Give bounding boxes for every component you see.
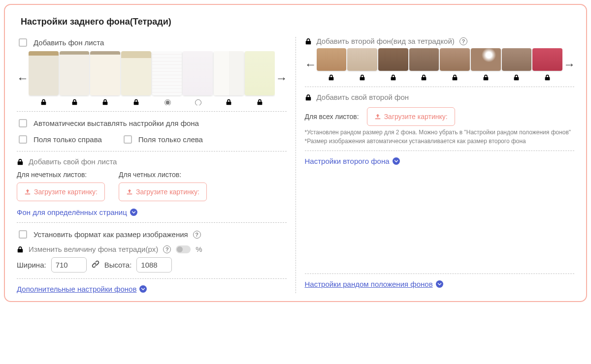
lock-icon xyxy=(305,38,312,45)
paper-thumb[interactable] xyxy=(152,51,182,95)
lock-icon xyxy=(452,74,458,81)
even-upload-group: Для четных листов: Загрузите картинку: xyxy=(119,171,207,201)
paper-thumb[interactable] xyxy=(121,51,151,95)
lock-icon xyxy=(257,98,263,105)
help-icon[interactable]: ? xyxy=(163,245,171,253)
odd-upload-group: Для нечетных листов: Загрузите картинку: xyxy=(17,171,105,201)
odd-upload-button-label: Загрузите картинку: xyxy=(34,188,98,196)
panel-title: Настройки заднего фона(Тетради) xyxy=(21,17,574,27)
paper-slider-track xyxy=(29,51,275,105)
desk-thumb[interactable] xyxy=(347,48,377,71)
upload-icon xyxy=(374,113,381,120)
paper-slider-next[interactable]: → xyxy=(276,72,287,84)
desk-thumb-col xyxy=(440,48,470,81)
lock-icon xyxy=(359,74,365,81)
more-bg-settings-link[interactable]: Дополнительные настройки фонов xyxy=(17,285,147,293)
paper-thumb[interactable] xyxy=(60,51,90,95)
lock-icon xyxy=(102,98,108,105)
margins-left-input[interactable] xyxy=(124,135,132,144)
desk-thumb-col xyxy=(347,48,377,81)
chevron-down-icon xyxy=(139,285,147,293)
chevron-down-icon xyxy=(393,157,400,165)
paper-thumb[interactable] xyxy=(214,51,244,95)
width-label: Ширина: xyxy=(17,261,46,269)
desk-thumb[interactable] xyxy=(409,48,439,71)
upload-icon xyxy=(126,188,133,195)
even-upload-label: Для четных листов: xyxy=(119,171,207,179)
desk-slider-track xyxy=(317,48,563,81)
link-dimensions-icon[interactable] xyxy=(92,260,99,270)
lock-icon xyxy=(133,98,139,105)
paper-thumb[interactable] xyxy=(90,51,120,95)
second-bg-settings-label: Настройки второго фона xyxy=(305,157,390,165)
desk-thumb[interactable] xyxy=(317,48,347,71)
auto-settings-checkbox[interactable]: Автоматически выставлять настройки для ф… xyxy=(17,118,287,129)
lock-icon xyxy=(226,98,232,105)
desk-slider-prev[interactable]: ← xyxy=(305,59,316,70)
paper-thumb-radio-wrap xyxy=(162,98,172,105)
add-sheet-bg-input[interactable] xyxy=(19,38,27,47)
margins-right-checkbox[interactable]: Поля только справа xyxy=(17,134,102,145)
paper-slider-prev[interactable]: ← xyxy=(17,72,28,84)
paper-thumb[interactable] xyxy=(29,51,59,95)
margins-right-label: Поля только справа xyxy=(33,135,102,144)
paper-thumb-col xyxy=(90,51,120,105)
add-sheet-bg-label: Добавить фон листа xyxy=(33,38,104,47)
desk-thumb-col xyxy=(532,48,562,81)
desk-thumb[interactable] xyxy=(440,48,470,71)
bg-for-pages-link[interactable]: Фон для определённых страниц xyxy=(17,208,137,216)
lock-icon xyxy=(17,158,24,165)
auto-settings-input[interactable] xyxy=(19,119,27,127)
even-upload-button-label: Загрузите картинку: xyxy=(136,188,199,196)
margins-left-checkbox[interactable]: Поля только слева xyxy=(122,134,203,145)
add-sheet-bg-checkbox[interactable]: Добавить фон листа xyxy=(17,37,287,48)
random-pos-settings-link[interactable]: Настройки рандом положения фонов xyxy=(305,280,443,288)
paper-thumb[interactable] xyxy=(183,51,213,95)
add-second-bg-row: Добавить второй фон(вид за тетрадкой) ? xyxy=(305,37,575,45)
lock-icon xyxy=(390,74,396,81)
desk-thumb[interactable] xyxy=(532,48,562,71)
paper-thumb-radio-wrap xyxy=(193,98,203,105)
change-bg-size-label: Изменить величину фона тетради(px) xyxy=(29,245,158,253)
change-bg-size-row: Изменить величину фона тетради(px) ? % xyxy=(17,245,287,253)
desk-thumb[interactable] xyxy=(471,48,501,71)
lock-icon xyxy=(40,98,47,105)
help-icon[interactable]: ? xyxy=(460,37,467,45)
paper-thumb-radio[interactable] xyxy=(195,99,201,105)
background-settings-panel: Настройки заднего фона(Тетради) Добавить… xyxy=(4,4,587,302)
divider xyxy=(305,151,575,151)
paper-thumb[interactable] xyxy=(245,51,275,95)
margins-left-label: Поля только слева xyxy=(138,135,203,144)
desk-slider-next[interactable]: → xyxy=(563,59,574,70)
desk-thumb[interactable] xyxy=(378,48,408,71)
width-input[interactable] xyxy=(51,257,87,273)
add-own-sheet-bg-label: Добавить свой фон листа xyxy=(29,157,117,166)
all-sheets-upload-button[interactable]: Загрузите картинку: xyxy=(367,107,455,126)
paper-thumb-col xyxy=(245,51,275,105)
paper-thumb-col xyxy=(121,51,151,105)
even-upload-button[interactable]: Загрузите картинку: xyxy=(119,182,207,201)
columns: Добавить фон листа ← → Автоматически выс… xyxy=(17,37,574,293)
lock-icon xyxy=(71,98,78,105)
paper-thumb-col xyxy=(183,51,213,105)
set-format-checkbox[interactable]: Установить формат как размер изображения… xyxy=(17,229,287,240)
paper-thumb-col xyxy=(214,51,244,105)
divider xyxy=(305,87,575,87)
paper-thumb-radio[interactable] xyxy=(164,99,171,105)
divider xyxy=(17,222,287,223)
auto-settings-label: Автоматически выставлять настройки для ф… xyxy=(33,119,199,127)
lock-icon xyxy=(17,246,24,253)
height-input[interactable] xyxy=(136,257,172,273)
px-percent-switch[interactable] xyxy=(176,245,191,253)
set-format-label: Установить формат как размер изображения xyxy=(33,230,188,239)
margins-right-input[interactable] xyxy=(19,135,27,144)
set-format-input[interactable] xyxy=(19,230,27,239)
odd-upload-button[interactable]: Загрузите картинку: xyxy=(17,182,105,201)
help-icon[interactable]: ? xyxy=(193,231,201,239)
random-pos-settings-label: Настройки рандом положения фонов xyxy=(305,280,433,288)
desk-thumb[interactable] xyxy=(502,48,532,71)
hint-2: *Размер изображения автоматически устана… xyxy=(305,138,575,145)
divider xyxy=(17,278,287,279)
second-bg-settings-link[interactable]: Настройки второго фона xyxy=(305,157,400,165)
lock-icon xyxy=(328,74,334,81)
